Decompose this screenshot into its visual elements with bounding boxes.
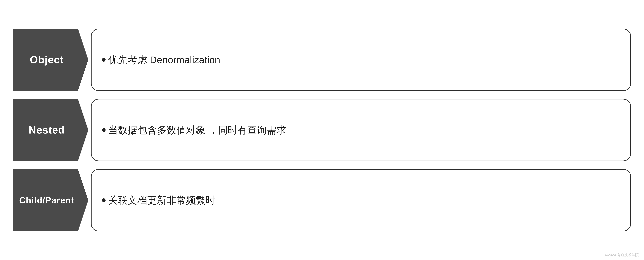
label-object-text: Object — [30, 54, 64, 66]
content-inner-object: 优先考虑 Denormalization — [102, 53, 220, 67]
watermark: ©2024 有道技术学院 — [605, 252, 639, 257]
main-container: Object 优先考虑 Denormalization Nested 当数据包含… — [13, 29, 631, 231]
bullet-child-parent — [102, 198, 106, 202]
content-inner-nested: 当数据包含多数值对象 ，同时有查询需求 — [102, 123, 286, 137]
bullet-nested — [102, 128, 106, 132]
label-nested: Nested — [13, 99, 88, 161]
row-nested: Nested 当数据包含多数值对象 ，同时有查询需求 — [13, 99, 631, 161]
row-child-parent: Child/Parent 关联文档更新非常频繁时 — [13, 169, 631, 231]
content-text-child-parent: 关联文档更新非常频繁时 — [108, 193, 215, 208]
content-box-nested: 当数据包含多数值对象 ，同时有查询需求 — [91, 99, 631, 161]
bullet-object — [102, 58, 106, 62]
content-inner-child-parent: 关联文档更新非常频繁时 — [102, 193, 215, 208]
label-nested-text: Nested — [29, 124, 65, 136]
content-box-child-parent: 关联文档更新非常频繁时 — [91, 169, 631, 231]
content-box-object: 优先考虑 Denormalization — [91, 29, 631, 91]
label-child-parent-text: Child/Parent — [19, 195, 74, 205]
row-object: Object 优先考虑 Denormalization — [13, 29, 631, 91]
content-text-object: 优先考虑 Denormalization — [108, 53, 220, 67]
label-child-parent: Child/Parent — [13, 169, 88, 231]
label-object: Object — [13, 29, 88, 91]
content-text-nested: 当数据包含多数值对象 ，同时有查询需求 — [108, 123, 286, 137]
